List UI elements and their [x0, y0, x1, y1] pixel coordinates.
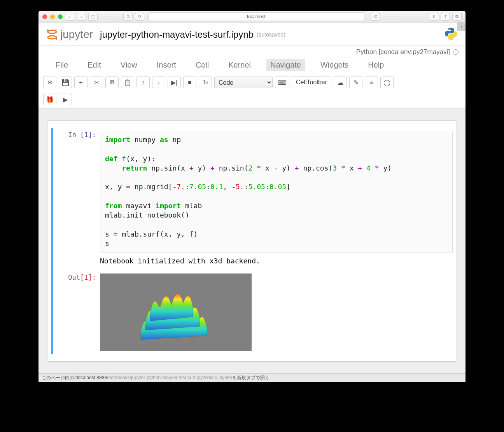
reload-button[interactable]: ⟳: [135, 13, 144, 21]
cell-toolbar-button[interactable]: CellToolbar: [292, 77, 331, 88]
url-bar[interactable]: localhost: [148, 12, 364, 21]
python-logo-icon: [444, 26, 458, 43]
move-down-button[interactable]: ↓: [152, 77, 165, 88]
close-icon[interactable]: [42, 14, 47, 19]
jupyter-header: jupyter jupyter-python-mayavi-test-surf.…: [38, 23, 466, 45]
status-bar: このページ内の#localhost:8888/notebooks/jupyter…: [38, 373, 466, 382]
status-prefix: このページ内の#localhost:8888: [42, 375, 107, 381]
brush-icon[interactable]: ✎: [349, 77, 362, 88]
in-prompt: In [1]:: [53, 131, 100, 267]
restart-button[interactable]: ↻: [199, 77, 212, 88]
keyboard-icon[interactable]: ⌨: [275, 77, 289, 88]
kernel-name[interactable]: Python [conda env:py27mayavi]: [356, 48, 450, 56]
new-tab-button[interactable]: +: [457, 23, 466, 31]
cloud-icon[interactable]: ☁: [334, 77, 347, 88]
menu-view[interactable]: View: [117, 59, 141, 71]
jupyter-logo[interactable]: jupyter: [46, 28, 93, 41]
menu-kernel[interactable]: Kernel: [224, 59, 255, 71]
titlebar: ‹ › ⬚ ⊜ ⟳ localhost ⟲ ⬇ ⇡ ⧉: [38, 11, 466, 23]
gift-icon[interactable]: 🎁: [43, 94, 56, 105]
add-cell-button[interactable]: ＋: [74, 77, 88, 88]
run-button[interactable]: ▶|: [168, 77, 181, 88]
jupyter-logo-text: jupyter: [60, 28, 93, 41]
browser-window: ‹ › ⬚ ⊜ ⟳ localhost ⟲ ⬇ ⇡ ⧉ + jupyter ju…: [38, 11, 466, 382]
move-up-button[interactable]: ↑: [136, 77, 150, 88]
menubar: File Edit View Insert Cell Kernel Naviga…: [38, 56, 466, 75]
save-button[interactable]: 💾: [59, 77, 72, 88]
refresh-button[interactable]: ⟲: [371, 13, 380, 21]
list-icon[interactable]: ≡: [365, 77, 378, 88]
status-suffix: を新規タブで開く: [232, 375, 270, 381]
menu-widgets[interactable]: Widgets: [317, 59, 352, 71]
paste-button[interactable]: 📋: [121, 77, 134, 88]
tabs-button[interactable]: ⧉: [452, 13, 462, 21]
code-input[interactable]: import numpy as np def f(x, y): return n…: [100, 131, 453, 253]
menu-cell[interactable]: Cell: [192, 59, 213, 71]
notebook: In [1]: import numpy as np def f(x, y): …: [48, 120, 456, 362]
svg-point-0: [48, 30, 56, 33]
output-cell-1: Out[1]:: [51, 270, 453, 354]
sidebar-button[interactable]: ⬚: [88, 13, 98, 21]
svg-point-1: [48, 36, 56, 39]
menu-help[interactable]: Help: [364, 59, 388, 71]
stop-button[interactable]: ■: [183, 77, 196, 88]
menu-file[interactable]: File: [52, 59, 72, 71]
svg-point-2: [47, 30, 49, 31]
menu-insert[interactable]: Insert: [153, 59, 180, 71]
status-path: /notebooks/jupyter-python-mayavi-test-su…: [107, 375, 232, 380]
text-output: Notebook initialized with x3d backend.: [100, 253, 453, 267]
cut-button[interactable]: ✂: [90, 77, 103, 88]
notebook-title[interactable]: jupyter-python-mayavi-test-surf.ipynb: [100, 29, 254, 40]
kernel-indicator-row: Python [conda env:py27mayavi]: [38, 45, 466, 56]
out-prompt: Out[1]:: [53, 273, 100, 351]
forward-button[interactable]: ›: [77, 13, 86, 21]
toolbar: ❄ 💾 ＋ ✂ ⧉ 📋 ↑ ↓ ▶| ■ ↻ Code ⌨ CellToolba…: [38, 75, 466, 109]
snowflake-icon[interactable]: ❄: [43, 77, 56, 88]
share-button[interactable]: ⇡: [441, 13, 450, 21]
autosave-label: (autosaved): [257, 31, 285, 38]
menu-edit[interactable]: Edit: [84, 59, 105, 71]
window-controls: [42, 14, 63, 19]
svg-point-3: [56, 38, 57, 40]
copy-button[interactable]: ⧉: [105, 77, 119, 88]
notebook-area: In [1]: import numpy as np def f(x, y): …: [38, 109, 466, 373]
github-icon[interactable]: ◯: [380, 77, 394, 88]
menu-navigate[interactable]: Navigate: [266, 59, 305, 71]
mayavi-3d-output[interactable]: [100, 273, 252, 351]
downloads-button[interactable]: ⬇: [429, 13, 438, 21]
zoom-icon[interactable]: [58, 14, 63, 19]
kernel-status-icon: [453, 49, 458, 55]
code-cell-1[interactable]: In [1]: import numpy as np def f(x, y): …: [51, 128, 453, 270]
svg-point-4: [56, 30, 57, 31]
youtube-icon[interactable]: ▶: [59, 94, 72, 105]
reader-button[interactable]: ⊜: [123, 13, 133, 21]
cell-type-select[interactable]: Code: [214, 77, 273, 88]
back-button[interactable]: ‹: [65, 13, 74, 21]
minimize-icon[interactable]: [50, 14, 55, 19]
jupyter-icon: [46, 28, 59, 41]
